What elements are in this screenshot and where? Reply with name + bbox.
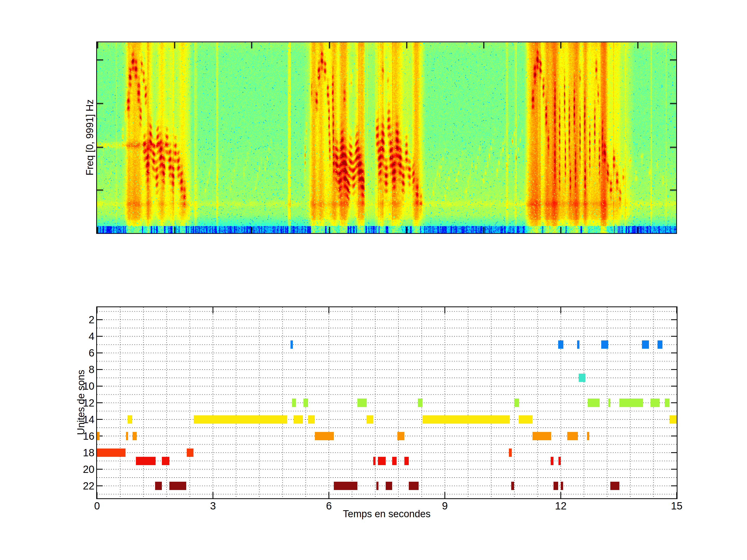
event-segment (418, 399, 422, 407)
y-tick-label: 22 (66, 481, 95, 491)
event-segment (553, 482, 558, 490)
x-tick-label: 3 (192, 501, 234, 511)
event-segment (509, 449, 512, 457)
event-segment (386, 482, 392, 490)
event-segment (290, 340, 293, 349)
event-segment (610, 482, 620, 490)
y-tick-label: 6 (66, 348, 95, 358)
event-segment (392, 457, 396, 465)
event-segment (170, 482, 186, 490)
event-segment (409, 482, 418, 490)
event-segment (308, 415, 315, 424)
event-segment (533, 432, 551, 440)
event-segment (519, 415, 533, 424)
event-segment (665, 399, 669, 407)
event-segment (551, 457, 553, 465)
raster-xlabel: Temps en secondes (343, 509, 431, 519)
event-segment (315, 432, 334, 440)
event-segment (601, 340, 608, 349)
y-tick-label: 20 (66, 464, 95, 475)
event-segment (187, 449, 194, 457)
event-segment (126, 432, 128, 440)
event-segment (669, 415, 677, 424)
event-segment (373, 457, 376, 465)
raster-ylabel: Unites de sons (76, 370, 86, 435)
event-segment (292, 399, 296, 407)
x-tick-label: 0 (76, 501, 118, 511)
event-segment (567, 432, 577, 440)
event-segment (588, 399, 600, 407)
event-segment (642, 340, 649, 349)
event-segment (334, 482, 357, 490)
event-segment (619, 399, 643, 407)
event-segment (376, 482, 379, 490)
spectrogram-ylabel: Freq [0, 9991] Hz (85, 99, 95, 176)
x-tick-label: 15 (656, 501, 697, 511)
raster-panel (96, 306, 677, 499)
event-segment (587, 432, 589, 440)
event-segment (304, 399, 308, 407)
event-segment (366, 415, 374, 424)
event-segment (561, 482, 563, 490)
figure: { "chart_data": [ { "type": "heatmap", "… (0, 0, 747, 560)
event-segment (128, 415, 132, 424)
x-tick-label: 12 (540, 501, 582, 511)
event-segment (608, 399, 610, 407)
event-segment (577, 340, 579, 349)
event-segment (357, 399, 367, 407)
event-segment (658, 340, 663, 349)
y-tick-label: 4 (66, 331, 95, 342)
event-segment (511, 482, 514, 490)
event-segment (404, 457, 409, 465)
event-segment (650, 399, 660, 407)
event-segment (514, 399, 519, 407)
event-segment (293, 415, 303, 424)
event-segment (422, 415, 510, 424)
event-segment (579, 374, 586, 382)
event-segment (132, 432, 137, 440)
spectrogram-canvas (97, 42, 676, 233)
event-segment (378, 457, 386, 465)
event-segment (97, 432, 100, 440)
event-segment (558, 340, 564, 349)
event-segment (194, 415, 287, 424)
event-segment (397, 432, 404, 440)
y-tick-label: 18 (66, 448, 95, 458)
spectrogram-panel (96, 42, 677, 234)
event-segment (559, 457, 561, 465)
event-segment (136, 457, 156, 465)
event-segment (155, 482, 162, 490)
event-segment (162, 457, 169, 465)
event-segment (97, 449, 126, 457)
y-tick-label: 2 (66, 315, 95, 325)
